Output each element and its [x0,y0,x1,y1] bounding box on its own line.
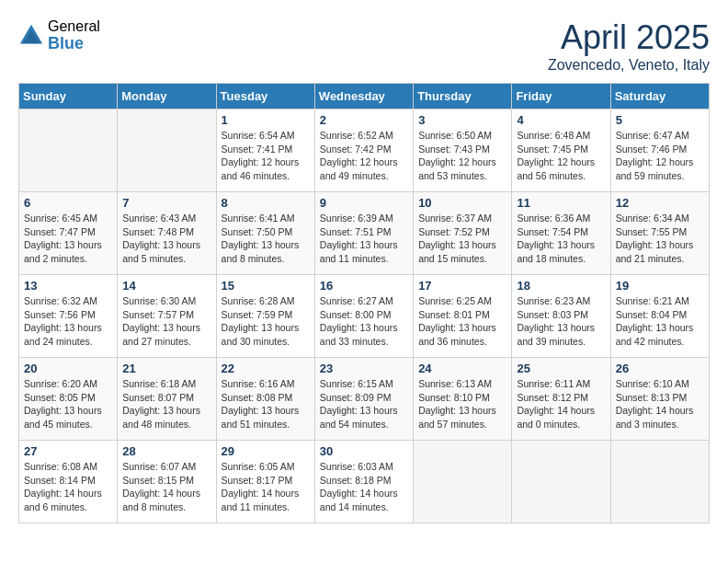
day-number: 28 [122,444,210,458]
day-number: 3 [418,113,506,127]
calendar-cell: 1 Sunrise: 6:54 AM Sunset: 7:41 PM Dayli… [216,109,314,192]
calendar-cell: 29 Sunrise: 6:05 AM Sunset: 8:17 PM Dayl… [216,441,314,523]
day-info: Sunrise: 6:39 AM Sunset: 7:51 PM Dayligh… [320,212,408,266]
day-info: Sunrise: 6:25 AM Sunset: 8:01 PM Dayligh… [418,294,506,349]
day-number: 23 [320,362,408,375]
day-number: 27 [24,444,112,458]
calendar-cell: 18 Sunrise: 6:23 AM Sunset: 8:03 PM Dayl… [512,275,610,358]
calendar-cell: 23 Sunrise: 6:15 AM Sunset: 8:09 PM Dayl… [314,358,413,441]
weekday-header-tuesday: Tuesday [216,84,314,109]
day-info: Sunrise: 6:21 AM Sunset: 8:04 PM Dayligh… [616,294,704,349]
calendar-cell: 4 Sunrise: 6:48 AM Sunset: 7:45 PM Dayli… [512,109,610,192]
calendar-cell: 28 Sunrise: 6:07 AM Sunset: 8:15 PM Dayl… [118,441,216,523]
calendar-week-2: 6 Sunrise: 6:45 AM Sunset: 7:47 PM Dayli… [19,192,710,275]
weekday-header-sunday: Sunday [19,84,118,109]
day-info: Sunrise: 6:41 AM Sunset: 7:50 PM Dayligh… [222,212,310,266]
weekday-header-wednesday: Wednesday [314,84,413,109]
day-info: Sunrise: 6:15 AM Sunset: 8:09 PM Dayligh… [320,377,408,431]
calendar-cell: 6 Sunrise: 6:45 AM Sunset: 7:47 PM Dayli… [19,192,118,275]
weekday-header-friday: Friday [512,84,610,109]
calendar-cell: 11 Sunrise: 6:36 AM Sunset: 7:54 PM Dayl… [512,192,610,275]
logo-text: General Blue [48,18,100,52]
calendar-cell [414,441,512,523]
calendar-cell: 17 Sunrise: 6:25 AM Sunset: 8:01 PM Dayl… [414,275,512,358]
logo-blue: Blue [48,35,100,53]
logo-general: General [48,18,100,35]
calendar-week-3: 13 Sunrise: 6:32 AM Sunset: 7:56 PM Dayl… [19,275,710,358]
weekday-header-row: SundayMondayTuesdayWednesdayThursdayFrid… [19,84,710,109]
calendar-cell: 25 Sunrise: 6:11 AM Sunset: 8:12 PM Dayl… [512,358,610,441]
calendar-cell: 8 Sunrise: 6:41 AM Sunset: 7:50 PM Dayli… [216,192,314,275]
day-number: 5 [616,113,704,127]
day-info: Sunrise: 6:48 AM Sunset: 7:45 PM Dayligh… [517,129,605,183]
day-info: Sunrise: 6:20 AM Sunset: 8:05 PM Dayligh… [24,377,112,431]
calendar-cell: 22 Sunrise: 6:16 AM Sunset: 8:08 PM Dayl… [216,358,314,441]
calendar-week-5: 27 Sunrise: 6:08 AM Sunset: 8:14 PM Dayl… [19,441,710,523]
day-number: 2 [320,113,408,127]
day-number: 24 [418,362,506,375]
calendar-cell: 3 Sunrise: 6:50 AM Sunset: 7:43 PM Dayli… [414,109,512,192]
calendar-cell [512,441,610,523]
day-number: 18 [517,279,605,293]
day-number: 21 [122,362,210,375]
day-info: Sunrise: 6:13 AM Sunset: 8:10 PM Dayligh… [418,377,506,431]
day-info: Sunrise: 6:54 AM Sunset: 7:41 PM Dayligh… [222,129,310,183]
day-number: 19 [616,279,704,293]
day-number: 9 [320,196,408,210]
calendar-cell: 27 Sunrise: 6:08 AM Sunset: 8:14 PM Dayl… [19,441,118,523]
day-info: Sunrise: 6:37 AM Sunset: 7:52 PM Dayligh… [418,212,506,266]
calendar-cell: 30 Sunrise: 6:03 AM Sunset: 8:18 PM Dayl… [314,441,413,523]
day-info: Sunrise: 6:36 AM Sunset: 7:54 PM Dayligh… [517,212,605,266]
calendar-cell: 15 Sunrise: 6:28 AM Sunset: 7:59 PM Dayl… [216,275,314,358]
day-info: Sunrise: 6:27 AM Sunset: 8:00 PM Dayligh… [320,294,408,349]
calendar-cell: 12 Sunrise: 6:34 AM Sunset: 7:55 PM Dayl… [610,192,709,275]
calendar-cell: 2 Sunrise: 6:52 AM Sunset: 7:42 PM Dayli… [314,109,413,192]
calendar-body: 1 Sunrise: 6:54 AM Sunset: 7:41 PM Dayli… [19,109,710,523]
calendar-week-1: 1 Sunrise: 6:54 AM Sunset: 7:41 PM Dayli… [19,109,710,192]
location-title: Zovencedo, Veneto, Italy [548,57,710,74]
calendar-cell: 20 Sunrise: 6:20 AM Sunset: 8:05 PM Dayl… [19,358,118,441]
day-info: Sunrise: 6:10 AM Sunset: 8:13 PM Dayligh… [616,377,704,431]
page-header: General Blue April 2025 Zovencedo, Venet… [18,18,710,74]
day-number: 12 [616,196,704,210]
day-info: Sunrise: 6:28 AM Sunset: 7:59 PM Dayligh… [222,294,310,349]
day-info: Sunrise: 6:11 AM Sunset: 8:12 PM Dayligh… [517,377,605,431]
day-info: Sunrise: 6:52 AM Sunset: 7:42 PM Dayligh… [320,129,408,183]
logo-icon [18,23,44,49]
calendar-cell: 13 Sunrise: 6:32 AM Sunset: 7:56 PM Dayl… [19,275,118,358]
day-number: 8 [222,196,310,210]
calendar-cell: 16 Sunrise: 6:27 AM Sunset: 8:00 PM Dayl… [314,275,413,358]
calendar-cell: 14 Sunrise: 6:30 AM Sunset: 7:57 PM Dayl… [118,275,216,358]
calendar-cell: 5 Sunrise: 6:47 AM Sunset: 7:46 PM Dayli… [610,109,709,192]
day-number: 22 [222,362,310,375]
calendar-table: SundayMondayTuesdayWednesdayThursdayFrid… [18,83,710,523]
title-area: April 2025 Zovencedo, Veneto, Italy [548,18,710,74]
weekday-header-thursday: Thursday [414,84,512,109]
calendar-cell: 7 Sunrise: 6:43 AM Sunset: 7:48 PM Dayli… [118,192,216,275]
day-info: Sunrise: 6:23 AM Sunset: 8:03 PM Dayligh… [517,294,605,349]
day-info: Sunrise: 6:43 AM Sunset: 7:48 PM Dayligh… [122,212,210,266]
day-info: Sunrise: 6:32 AM Sunset: 7:56 PM Dayligh… [24,294,112,349]
month-title: April 2025 [548,18,710,57]
calendar-cell [118,109,216,192]
day-number: 29 [222,444,310,458]
calendar-cell: 9 Sunrise: 6:39 AM Sunset: 7:51 PM Dayli… [314,192,413,275]
day-number: 25 [517,362,605,375]
day-info: Sunrise: 6:16 AM Sunset: 8:08 PM Dayligh… [222,377,310,431]
weekday-header-saturday: Saturday [610,84,709,109]
calendar-cell: 24 Sunrise: 6:13 AM Sunset: 8:10 PM Dayl… [414,358,512,441]
day-number: 14 [122,279,210,293]
day-number: 13 [24,279,112,293]
day-number: 30 [320,444,408,458]
day-number: 1 [222,113,310,127]
day-number: 20 [24,362,112,375]
day-number: 4 [517,113,605,127]
day-number: 16 [320,279,408,293]
day-info: Sunrise: 6:30 AM Sunset: 7:57 PM Dayligh… [122,294,210,349]
day-info: Sunrise: 6:05 AM Sunset: 8:17 PM Dayligh… [222,460,310,514]
day-number: 6 [24,196,112,210]
logo: General Blue [18,18,100,52]
calendar-cell: 19 Sunrise: 6:21 AM Sunset: 8:04 PM Dayl… [610,275,709,358]
calendar-cell: 21 Sunrise: 6:18 AM Sunset: 8:07 PM Dayl… [118,358,216,441]
day-number: 26 [616,362,704,375]
